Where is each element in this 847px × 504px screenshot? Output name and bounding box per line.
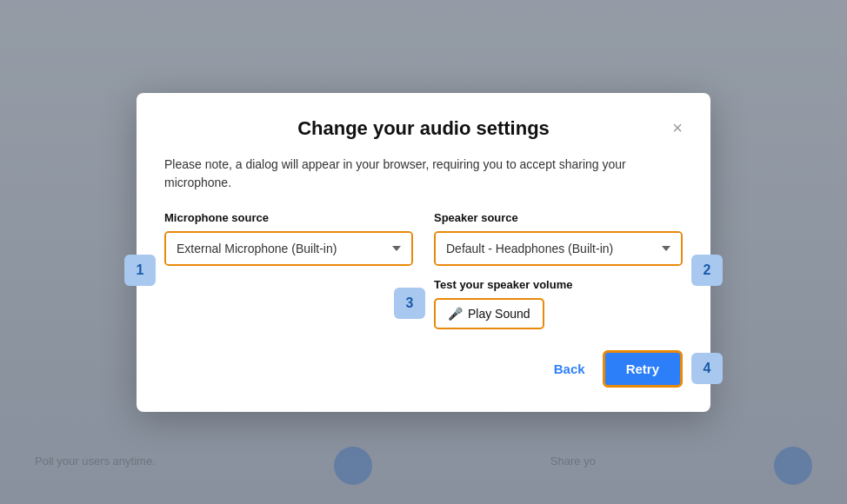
modal-description: Please note, a dialog will appear in you… [164,156,683,192]
modal-overlay: Change your audio settings × Please note… [0,0,847,504]
retry-button[interactable]: Retry [603,350,683,388]
step-badge-2: 2 [691,255,723,286]
speaker-test-label: Test your speaker volume [434,278,683,291]
modal-footer: 4 Back Retry [164,350,683,388]
modal-title: Change your audio settings [297,117,550,139]
play-sound-button[interactable]: 🎤 Play Sound [434,298,544,329]
microphone-select[interactable]: External Microphone (Built-in) Default -… [166,233,411,264]
microphone-label: Microphone source [164,211,413,224]
microphone-select-wrapper: External Microphone (Built-in) Default -… [164,231,413,266]
play-sound-label: Play Sound [468,307,530,321]
step-badge-1: 1 [124,255,156,286]
modal-header: Change your audio settings × [164,117,683,140]
speaker-label: Speaker source [434,211,683,224]
close-button[interactable]: × [672,119,683,136]
microphone-column: 1 Microphone source External Microphone … [164,211,413,329]
audio-settings-modal: Change your audio settings × Please note… [137,93,710,412]
speaker-column: 2 Speaker source Default - Headphones (B… [434,211,683,329]
microphone-icon: 🎤 [448,307,463,321]
speaker-test-section: 3 Test your speaker volume 🎤 Play Sound [434,278,683,329]
back-button[interactable]: Back [554,361,585,376]
speaker-select-wrapper: Default - Headphones (Built-in) Headphon… [434,231,683,266]
speaker-select[interactable]: Default - Headphones (Built-in) Headphon… [436,233,681,264]
settings-row: 1 Microphone source External Microphone … [164,211,683,329]
step-badge-3: 3 [394,288,425,319]
step-badge-4: 4 [691,353,723,384]
